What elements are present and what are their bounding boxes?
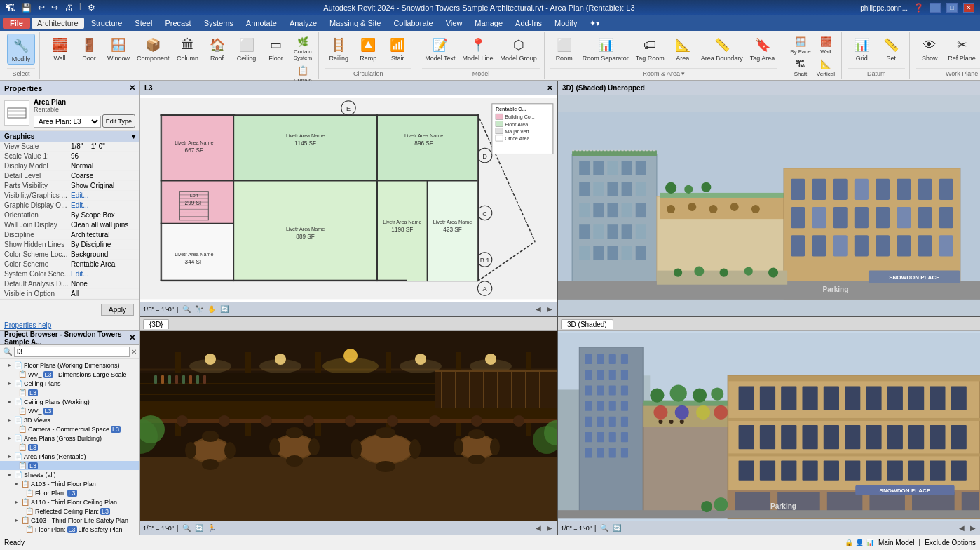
curtain-system-btn[interactable]: 🌿 Curtain System	[292, 34, 315, 62]
undo-btn[interactable]: ↩	[35, 2, 48, 13]
scroll-right-icon[interactable]: ▶	[545, 304, 554, 314]
tree-fp-l3[interactable]: 📋 Floor Plan: L3	[0, 488, 139, 497]
tree-camera-commercial[interactable]: 📋 Camera - Commercial Space L3	[0, 424, 139, 434]
annotate-menu[interactable]: Annotate	[240, 18, 283, 29]
structure-menu[interactable]: Structure	[86, 18, 128, 29]
print-btn[interactable]: 🖨	[62, 2, 76, 13]
tree-sheets[interactable]: ▸ 📄 Sheets (all)	[0, 470, 139, 479]
door-btn[interactable]: 🚪 Door	[75, 34, 103, 63]
interior-content[interactable]	[140, 331, 557, 521]
tree-3d-views[interactable]: ▸ 📄 3D Views	[0, 415, 139, 424]
floor-plan-close-icon[interactable]: ✕	[547, 84, 552, 92]
precast-menu[interactable]: Precast	[159, 18, 196, 29]
nav-3d-icon[interactable]: 🔄	[219, 304, 230, 314]
tree-area-gross[interactable]: ▸ 📄 Area Plans (Gross Building)	[0, 434, 139, 443]
properties-close-icon[interactable]: ✕	[129, 83, 135, 93]
type-dropdown[interactable]: Area Plan: L3	[34, 116, 101, 128]
scroll-left-icon[interactable]: ◀	[534, 304, 543, 314]
zoom-in-icon[interactable]: 🔭	[193, 304, 205, 314]
search-clear-icon[interactable]: ✕	[131, 348, 137, 356]
tree-ceiling-plans[interactable]: ▸ 📄 Ceiling Plans	[0, 379, 139, 388]
interior-zoom-icon[interactable]: 🔍	[181, 523, 192, 532]
interior-nav-l[interactable]: ◀	[534, 523, 543, 532]
tree-area-gross-l3[interactable]: 📋 L3	[0, 443, 139, 452]
grid-btn[interactable]: 📊 Grid	[848, 34, 876, 63]
architecture-menu[interactable]: Architecture	[32, 18, 84, 29]
graphics-section[interactable]: Graphics ▾	[0, 131, 139, 142]
exterior-zoom[interactable]: 🔍	[599, 523, 610, 532]
interior-tab[interactable]: {3D}	[143, 319, 169, 329]
iso-view-content[interactable]: Parking SNOWDON PLACE	[558, 95, 980, 316]
view-menu[interactable]: View	[440, 18, 468, 29]
wall-btn[interactable]: 🧱 Wall	[46, 34, 74, 63]
column-btn[interactable]: 🏛 Column	[174, 34, 202, 63]
show-btn[interactable]: 👁 Show	[916, 34, 944, 63]
stair-btn[interactable]: 📶 Stair	[383, 34, 411, 63]
quick-access-btn[interactable]: 💾	[18, 2, 34, 13]
railing-btn[interactable]: 🪜 Railing	[325, 34, 353, 63]
search-input[interactable]	[14, 347, 130, 357]
tree-wv-l3-dim[interactable]: 📋 WV_ L3 - Dimensions Large Scale	[0, 370, 139, 379]
wall-opening-btn[interactable]: 🧱 Wall	[815, 34, 838, 55]
tree-a103[interactable]: ▸ 📋 A103 - Third Floor Plan	[0, 479, 139, 488]
tree-a110[interactable]: ▸ 📋 A110 - Third Floor Ceiling Plan	[0, 497, 139, 507]
interior-nav-r[interactable]: ▶	[545, 523, 554, 532]
apply-btn[interactable]: Apply	[101, 304, 134, 316]
exterior-content[interactable]: SNOWDON PLACE Parking	[558, 331, 980, 521]
manage-menu[interactable]: Manage	[469, 18, 508, 29]
tree-g103[interactable]: ▸ 📋 G103 - Third Floor Life Safety Plan	[0, 516, 139, 525]
component-btn[interactable]: 📦 Component	[134, 34, 172, 63]
exterior-nav-r[interactable]: ▶	[969, 523, 977, 532]
modify-menu[interactable]: Modify	[549, 18, 583, 29]
floor-plan-content[interactable]: E D C B.1 A	[140, 95, 557, 302]
tree-rcp-l3[interactable]: 📋 Reflected Ceiling Plan: L3	[0, 507, 139, 516]
set-btn[interactable]: 📏 Set	[877, 34, 905, 63]
analyze-menu[interactable]: Analyze	[284, 18, 322, 29]
tree-floor-plans[interactable]: ▸ 📄 Floor Plans (Working Dimensions)	[0, 361, 139, 370]
contextual-menu[interactable]: ✦▾	[584, 18, 606, 29]
interior-walk-icon[interactable]: 🏃	[206, 523, 217, 532]
tag-area-btn[interactable]: 🔖 Tag Area	[747, 34, 778, 63]
help-btn[interactable]: ❓	[913, 3, 924, 13]
steel-menu[interactable]: Steel	[129, 18, 158, 29]
area-btn[interactable]: 📐 Area	[669, 34, 697, 63]
floor-btn[interactable]: ▭ Floor	[262, 34, 290, 63]
zoom-out-icon[interactable]: 🔍	[181, 304, 192, 314]
ramp-btn[interactable]: 🔼 Ramp	[354, 34, 382, 63]
exterior-nav-l[interactable]: ◀	[958, 523, 966, 532]
addins-menu[interactable]: Add-Ins	[510, 18, 547, 29]
interior-3d-icon[interactable]: 🔄	[193, 523, 205, 532]
ref-plane-btn[interactable]: ✂ Ref Plane	[945, 34, 979, 63]
systems-menu[interactable]: Systems	[198, 18, 239, 29]
maximize-btn[interactable]: □	[946, 3, 958, 13]
model-line-btn[interactable]: 📍 Model Line	[460, 34, 496, 63]
exterior-tab[interactable]: 3D (Shaded)	[561, 319, 613, 329]
ceiling-btn[interactable]: ⬜ Ceiling	[233, 34, 261, 63]
area-boundary-btn[interactable]: 📏 Area Boundary	[698, 34, 746, 63]
minimize-btn[interactable]: ─	[930, 3, 941, 13]
tree-ls-l3[interactable]: 📋 Floor Plan: L3 Life Safety Plan	[0, 525, 139, 534]
collaborate-menu[interactable]: Collaborate	[388, 18, 438, 29]
tag-room-btn[interactable]: 🏷 Tag Room	[633, 34, 667, 63]
edit-type-btn[interactable]: Edit Type	[102, 114, 135, 128]
model-text-btn[interactable]: 📝 Model Text	[422, 34, 458, 63]
redo-btn[interactable]: ↪	[48, 2, 61, 13]
close-btn[interactable]: ✕	[963, 3, 974, 13]
modify-btn[interactable]: 🔧 Modify	[7, 34, 35, 65]
window-btn[interactable]: 🪟 Window	[104, 34, 132, 63]
pan-icon[interactable]: ✋	[206, 304, 217, 314]
tree-ceiling-working[interactable]: ▸ 📄 Ceiling Plans (Working)	[0, 397, 139, 406]
by-face-btn[interactable]: 🪟 By Face	[788, 34, 812, 55]
tree-ceiling-l3[interactable]: 📋 L3	[0, 388, 139, 397]
room-btn[interactable]: ⬜ Room	[550, 34, 578, 63]
tree-area-rentable[interactable]: ▸ 📄 Area Plans (Rentable)	[0, 452, 139, 461]
massing-menu[interactable]: Massing & Site	[324, 18, 386, 29]
roof-btn[interactable]: 🏠 Roof	[203, 34, 231, 63]
vertical-btn[interactable]: 📐 Vertical	[815, 56, 838, 78]
settings-btn[interactable]: ⚙	[85, 2, 98, 13]
exterior-3d[interactable]: 🔄	[611, 523, 622, 532]
room-separator-btn[interactable]: 📊 Room Separator	[580, 34, 632, 63]
model-group-btn[interactable]: ⬡ Model Group	[498, 34, 540, 63]
tree-wv-l3-ceiling[interactable]: 📋 WV_ L3	[0, 406, 139, 415]
properties-help-link[interactable]: Properties help	[0, 320, 139, 330]
